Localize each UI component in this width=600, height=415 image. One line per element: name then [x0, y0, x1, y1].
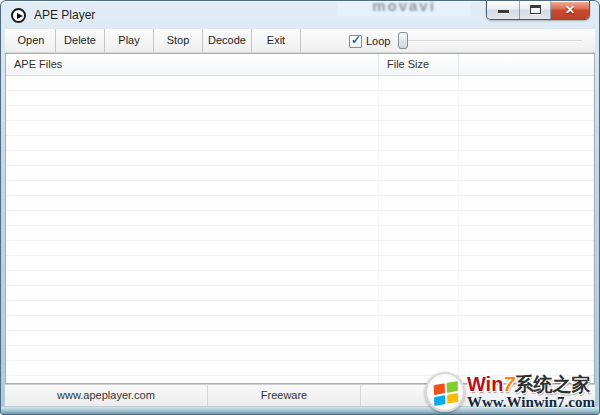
exit-button[interactable]: Exit — [252, 29, 301, 52]
open-button[interactable]: Open — [7, 29, 56, 52]
table-row — [6, 241, 594, 256]
table-cell — [379, 76, 459, 90]
position-slider-track[interactable] — [399, 40, 582, 42]
play-triangle-icon — [17, 13, 23, 19]
table-cell — [6, 151, 379, 165]
position-slider-thumb[interactable] — [398, 32, 408, 49]
watermark-brand-7: 7 — [503, 373, 514, 395]
win7-watermark: Win7系统之家 Www.Winwin7.com — [425, 372, 595, 412]
table-cell — [459, 226, 594, 240]
titlebar[interactable]: movavi APE Player ✕ — [1, 1, 599, 29]
table-cell — [459, 166, 594, 180]
minimize-icon — [498, 10, 509, 13]
decode-button[interactable]: Decode — [203, 29, 252, 52]
table-cell — [459, 136, 594, 150]
table-cell — [6, 331, 379, 345]
table-cell — [459, 346, 594, 360]
loop-checkbox[interactable]: ✓ — [349, 35, 362, 48]
table-cell — [379, 286, 459, 300]
column-header-empty[interactable] — [459, 54, 594, 75]
table-row — [6, 76, 594, 91]
table-cell — [459, 211, 594, 225]
table-row — [6, 271, 594, 286]
table-cell — [459, 331, 594, 345]
statusbar-url: www.apeplayer.com — [5, 385, 208, 406]
windows-flag-icon — [425, 372, 465, 412]
table-cell — [379, 121, 459, 135]
flag-green-pane — [447, 381, 458, 392]
table-cell — [379, 211, 459, 225]
table-cell — [379, 166, 459, 180]
table-cell — [6, 106, 379, 120]
checkmark-icon: ✓ — [351, 33, 361, 47]
maximize-button[interactable] — [520, 1, 551, 19]
flag-yellow-pane — [447, 392, 458, 403]
table-cell — [6, 226, 379, 240]
table-row — [6, 121, 594, 136]
table-cell — [379, 346, 459, 360]
table-cell — [459, 241, 594, 255]
table-cell — [459, 76, 594, 90]
delete-button[interactable]: Delete — [56, 29, 105, 52]
maximize-icon — [530, 5, 541, 14]
watermark-brand-win: Win — [467, 373, 503, 395]
movavi-watermark-text: movavi — [372, 1, 436, 14]
table-cell — [6, 256, 379, 270]
table-row — [6, 346, 594, 361]
table-cell — [6, 361, 379, 375]
stop-button[interactable]: Stop — [154, 29, 203, 52]
table-cell — [6, 286, 379, 300]
table-row — [6, 196, 594, 211]
table-cell — [379, 196, 459, 210]
table-cell — [379, 181, 459, 195]
table-cell — [459, 286, 594, 300]
play-button[interactable]: Play — [105, 29, 154, 52]
close-button[interactable]: ✕ — [551, 1, 589, 19]
table-cell — [459, 181, 594, 195]
minimize-button[interactable] — [487, 1, 520, 19]
table-cell — [6, 91, 379, 105]
table-row — [6, 226, 594, 241]
watermark-brand-cn: 系统之家 — [515, 374, 591, 395]
table-row — [6, 286, 594, 301]
table-cell — [379, 301, 459, 315]
table-cell — [379, 151, 459, 165]
table-cell — [6, 316, 379, 330]
table-cell — [6, 196, 379, 210]
table-row — [6, 181, 594, 196]
table-row — [6, 316, 594, 331]
column-header-file-size[interactable]: File Size — [379, 54, 459, 75]
table-row — [6, 256, 594, 271]
table-row — [6, 331, 594, 346]
column-header-ape-files[interactable]: APE Files — [6, 54, 379, 75]
table-cell — [459, 106, 594, 120]
table-cell — [459, 301, 594, 315]
table-cell — [6, 241, 379, 255]
flag-blue-pane — [434, 395, 445, 406]
table-cell — [459, 151, 594, 165]
list-header: APE Files File Size — [6, 54, 594, 76]
table-cell — [6, 346, 379, 360]
loop-label: Loop — [366, 35, 390, 47]
table-cell — [379, 241, 459, 255]
table-cell — [6, 301, 379, 315]
table-cell — [379, 226, 459, 240]
table-cell — [459, 316, 594, 330]
play-circle-icon — [11, 8, 26, 23]
table-cell — [459, 121, 594, 135]
movavi-watermark: movavi — [337, 1, 471, 16]
table-row — [6, 106, 594, 121]
table-cell — [379, 256, 459, 270]
table-row — [6, 211, 594, 226]
table-row — [6, 166, 594, 181]
table-cell — [6, 76, 379, 90]
table-cell — [379, 91, 459, 105]
statusbar-license: Freeware — [208, 385, 361, 406]
list-body[interactable] — [6, 76, 594, 383]
flag-red-pane — [434, 383, 445, 394]
table-cell — [6, 376, 379, 383]
table-cell — [6, 136, 379, 150]
table-cell — [459, 256, 594, 270]
watermark-text-block: Win7系统之家 Www.Winwin7.com — [467, 374, 595, 410]
table-cell — [6, 181, 379, 195]
